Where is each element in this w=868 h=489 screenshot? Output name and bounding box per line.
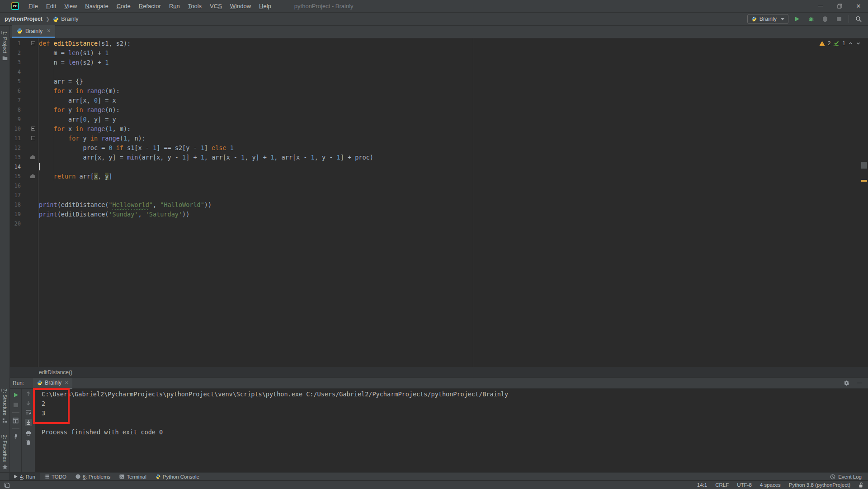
close-tab-icon[interactable]: ✕	[47, 28, 51, 34]
menu-item-refactor[interactable]: Refactor	[135, 3, 165, 9]
code-line[interactable]: 8 for y in range(n):	[10, 105, 868, 114]
code-line[interactable]: 18print(editDistance("Helloworld", "Hall…	[10, 200, 868, 209]
caret-position-widget[interactable]: 14:1	[697, 482, 707, 488]
line-number[interactable]: 13	[10, 154, 21, 160]
clear-all-icon[interactable]	[26, 440, 31, 445]
code-line[interactable]: 16	[10, 181, 868, 190]
code-editor[interactable]: 1def editDistance(s1, s2):2 m = len(s1) …	[10, 38, 868, 367]
tool-window-button-python-console[interactable]: Python Console	[151, 473, 204, 480]
inspections-widget[interactable]: 2 1	[819, 40, 861, 47]
code-line[interactable]: 6 for x in range(m):	[10, 86, 868, 95]
code-line[interactable]: 17	[10, 190, 868, 200]
chevron-up-icon[interactable]	[848, 41, 853, 46]
code-line[interactable]: 9 arr[0, y] = y	[10, 114, 868, 124]
debug-button[interactable]	[806, 14, 816, 24]
error-stripe-warning-mark[interactable]	[861, 180, 867, 182]
code-line[interactable]: 15 return arr[x, y]	[10, 171, 868, 181]
code-line[interactable]: 12 proc = 0 if s1[x - 1] == s2[y - 1] el…	[10, 143, 868, 152]
up-stack-icon[interactable]	[26, 391, 31, 396]
menu-item-view[interactable]: View	[60, 3, 81, 9]
indent-widget[interactable]: 4 spaces	[760, 482, 781, 488]
breadcrumb-project[interactable]: pythonProject	[5, 16, 42, 22]
code-line[interactable]: 3 n = len(s2) + 1	[10, 57, 868, 67]
line-number[interactable]: 18	[10, 202, 21, 208]
line-number[interactable]: 9	[10, 116, 21, 122]
menu-item-edit[interactable]: Edit	[42, 3, 60, 9]
sidebar-item-project[interactable]: 1: Project	[2, 31, 8, 61]
fold-marker-icon[interactable]	[21, 136, 38, 140]
line-number[interactable]: 12	[10, 145, 21, 151]
code-line[interactable]: 5 arr = {}	[10, 76, 868, 86]
interpreter-widget[interactable]: Python 3.8 (pythonProject)	[789, 482, 850, 488]
menu-item-window[interactable]: Window	[226, 3, 255, 9]
coverage-button[interactable]	[820, 14, 830, 24]
pin-icon[interactable]	[13, 434, 19, 439]
code-line[interactable]: 1def editDistance(s1, s2):	[10, 38, 868, 48]
code-line[interactable]: 13 arr[x, y] = min(arr[x, y - 1] + 1, ar…	[10, 152, 868, 162]
line-number[interactable]: 14	[10, 164, 21, 170]
code-line[interactable]: 2 m = len(s1) + 1	[10, 48, 868, 57]
code-line[interactable]: 4	[10, 67, 868, 76]
menu-item-navigate[interactable]: Navigate	[81, 3, 112, 9]
line-number[interactable]: 16	[10, 183, 21, 189]
line-number[interactable]: 8	[10, 107, 21, 113]
line-number[interactable]: 19	[10, 211, 21, 217]
tool-window-button-run[interactable]: 4: Run	[9, 473, 40, 480]
code-line[interactable]: 19print(editDistance('Sunday', 'Saturday…	[10, 209, 868, 219]
error-stripe-caret-mark[interactable]	[861, 162, 867, 169]
restore-button[interactable]	[830, 0, 849, 12]
tool-window-button-todo[interactable]: TODO	[40, 473, 71, 480]
close-button[interactable]: ✕	[849, 0, 868, 12]
chevron-down-icon[interactable]	[856, 41, 861, 46]
menu-item-run[interactable]: Run	[165, 3, 184, 9]
line-number[interactable]: 5	[10, 78, 21, 85]
gear-icon[interactable]	[844, 380, 849, 386]
line-number[interactable]: 20	[10, 221, 21, 227]
sidebar-item-favorites[interactable]: 2: Favorites	[2, 435, 8, 470]
run-button[interactable]	[792, 14, 802, 24]
stop-button[interactable]	[834, 14, 844, 24]
sidebar-item-structure[interactable]: 7: Structure	[2, 389, 8, 423]
run-tab-brainly[interactable]: Brainly ✕	[33, 378, 72, 389]
code-line[interactable]: 7 arr[x, 0] = x	[10, 95, 868, 105]
line-number[interactable]: 7	[10, 97, 21, 103]
tool-window-button-terminal[interactable]: Terminal	[115, 473, 151, 480]
line-number[interactable]: 6	[10, 88, 21, 94]
close-run-tab-icon[interactable]: ✕	[65, 380, 68, 385]
fold-marker-icon[interactable]	[21, 155, 38, 159]
fold-marker-icon[interactable]	[21, 41, 38, 45]
run-console[interactable]: C:\Users\Gabriel2\PycharmProjects\python…	[35, 389, 868, 472]
line-number[interactable]: 1	[10, 40, 21, 47]
menu-item-vcs[interactable]: VCS	[206, 3, 226, 9]
line-number[interactable]: 15	[10, 173, 21, 179]
menu-item-tools[interactable]: Tools	[184, 3, 206, 9]
code-line[interactable]: 11 for y in range(1, n):	[10, 133, 868, 143]
line-separator-widget[interactable]: CRLF	[715, 482, 729, 488]
restore-layout-icon[interactable]	[13, 418, 19, 423]
tool-window-button-problems[interactable]: 6: Problems	[71, 473, 115, 480]
scroll-to-end-button[interactable]	[25, 419, 32, 426]
breadcrumb-file[interactable]: Brainly	[61, 16, 78, 22]
line-number[interactable]: 11	[10, 135, 21, 141]
encoding-widget[interactable]: UTF-8	[737, 482, 752, 488]
breadcrumb-function[interactable]: editDistance()	[39, 369, 72, 376]
line-number[interactable]: 3	[10, 59, 21, 66]
code-line[interactable]: 10 for x in range(1, m):	[10, 124, 868, 133]
unlocked-padlock-icon[interactable]	[859, 482, 863, 488]
down-stack-icon[interactable]	[26, 400, 31, 405]
menu-item-file[interactable]: File	[24, 3, 42, 9]
line-number[interactable]: 17	[10, 192, 21, 198]
code-line[interactable]: 14	[10, 162, 868, 171]
menu-item-code[interactable]: Code	[113, 3, 135, 9]
line-number[interactable]: 2	[10, 50, 21, 56]
event-log-button[interactable]: Event Log	[830, 473, 862, 480]
stop-icon[interactable]	[14, 403, 18, 407]
tool-window-toggle-icon[interactable]	[4, 482, 10, 488]
hide-panel-icon[interactable]	[857, 383, 862, 383]
search-everywhere-button[interactable]	[853, 14, 864, 24]
fold-marker-icon[interactable]	[21, 174, 38, 178]
run-config-select[interactable]: Brainly	[747, 14, 788, 24]
code-line[interactable]: 20	[10, 219, 868, 228]
editor-tab-brainly[interactable]: Brainly ✕	[12, 25, 55, 38]
menu-item-help[interactable]: Help	[255, 3, 275, 9]
